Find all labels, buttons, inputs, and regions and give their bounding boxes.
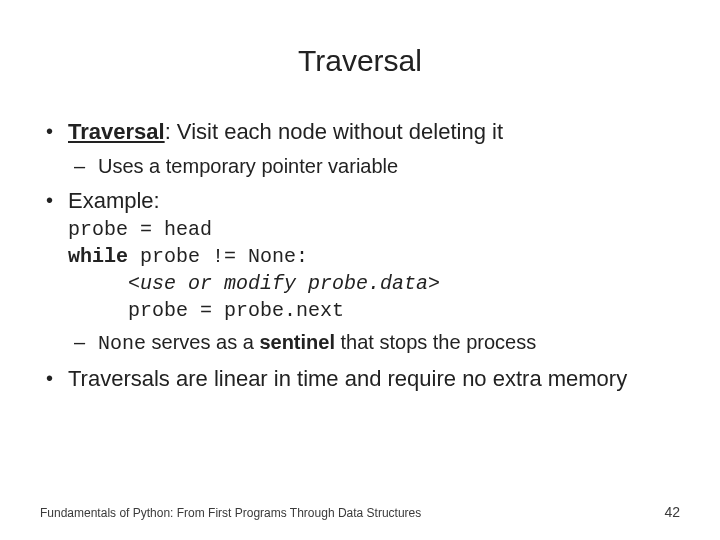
code-line-4: probe = probe.next (68, 298, 680, 323)
code-line-1: probe = head (68, 217, 680, 242)
slide: Traversal Traversal: Visit each node wit… (0, 0, 720, 540)
none-code: None (98, 332, 146, 355)
code-while: while (68, 245, 128, 268)
bullet-traversal-text: : Visit each node without deleting it (165, 119, 503, 144)
code-line-2: while probe != None: (68, 244, 680, 269)
sub-bullet-pointer: Uses a temporary pointer variable (68, 153, 680, 179)
sub-list-1: Uses a temporary pointer variable (68, 153, 680, 179)
code-line-3: <use or modify probe.data> (68, 271, 680, 296)
sub-list-2: None serves as a sentinel that stops the… (68, 329, 680, 357)
bullet-traversal: Traversal: Visit each node without delet… (40, 118, 680, 179)
bullet-list: Traversal: Visit each node without delet… (40, 118, 680, 394)
sentinel-post: that stops the process (335, 331, 536, 353)
page-number: 42 (664, 504, 680, 520)
sentinel-bold: sentinel (259, 331, 335, 353)
term-traversal: Traversal (68, 119, 165, 144)
bullet-example: Example: probe = head while probe != Non… (40, 187, 680, 358)
sub-bullet-sentinel: None serves as a sentinel that stops the… (68, 329, 680, 357)
sentinel-pre: serves as a (146, 331, 259, 353)
bullet-example-label: Example: (68, 188, 160, 213)
bullet-linear: Traversals are linear in time and requir… (40, 365, 680, 394)
slide-title: Traversal (40, 44, 680, 78)
footer-text: Fundamentals of Python: From First Progr… (40, 506, 680, 520)
code-line-2-rest: probe != None: (128, 245, 308, 268)
